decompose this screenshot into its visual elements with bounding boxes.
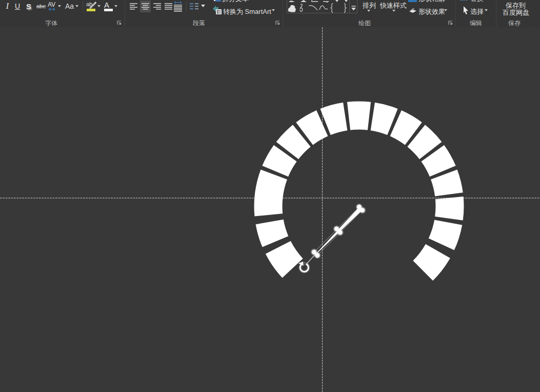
svg-text:ab: ab: [461, 0, 467, 1]
